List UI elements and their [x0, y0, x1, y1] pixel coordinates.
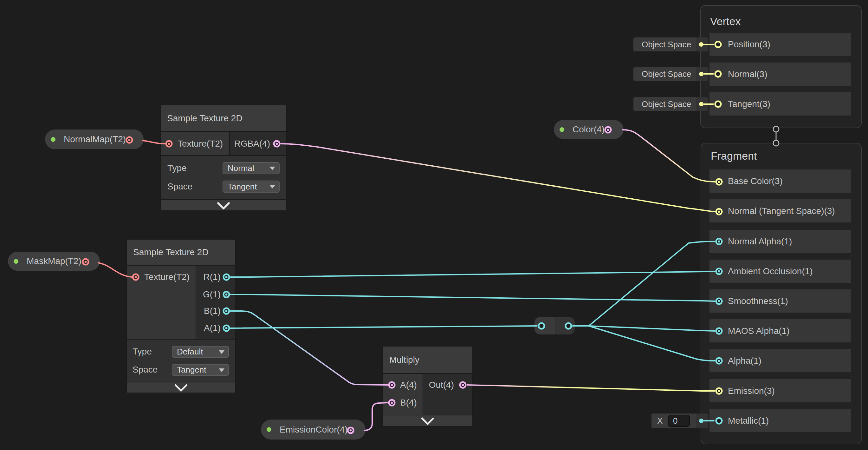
space-dropdown[interactable]: Tangent	[172, 364, 229, 376]
fragment-row-smoothness[interactable]: Smoothness(1)	[710, 289, 851, 313]
port-maskmap-out[interactable]	[82, 258, 89, 265]
port-vertex-tangent[interactable]	[715, 101, 722, 108]
port-vertex-position[interactable]	[715, 41, 722, 48]
vertex-row-position[interactable]: Position(3)	[710, 33, 851, 56]
vertex-row-normal[interactable]: Normal(3)	[710, 62, 851, 86]
port-vertex-normal[interactable]	[715, 71, 722, 78]
fragment-row-emission[interactable]: Emission(3)	[710, 379, 851, 402]
node-title-bar[interactable]: Sample Texture 2D	[161, 105, 286, 131]
fragment-row-label: MAOS Alpha(1)	[728, 326, 790, 336]
object-space-badge-normal: Object Space	[633, 67, 708, 81]
property-dot-icon	[267, 427, 271, 432]
space-dropdown[interactable]: Tangent	[222, 180, 280, 193]
port-alpha[interactable]	[715, 357, 723, 365]
edge-dot-to-normal-alpha[interactable]	[573, 242, 715, 326]
g-output-label: G(1)	[196, 289, 221, 300]
multiply-a-label: A(4)	[400, 380, 417, 390]
metallic-default-dot-icon	[699, 419, 704, 423]
metallic-value-input[interactable]: 0	[668, 415, 690, 427]
edge-a-to-dot[interactable]	[230, 326, 537, 328]
port-sample2-texture-in[interactable]	[132, 274, 140, 281]
port-emissioncolor-out[interactable]	[347, 427, 354, 434]
node-title-bar[interactable]: Sample Texture 2D	[127, 240, 235, 265]
port-sample2-a-out[interactable]	[223, 325, 230, 332]
object-space-badge-tangent: Object Space	[633, 97, 708, 111]
object-space-badge-position: Object Space	[633, 37, 708, 51]
vertex-row-tangent[interactable]: Tangent(3)	[710, 92, 851, 115]
port-maos-alpha[interactable]	[715, 328, 723, 335]
edge-dot-to-maos-alpha[interactable]	[573, 326, 715, 331]
vertex-row-position-label: Position(3)	[728, 39, 770, 50]
type-dropdown[interactable]: Normal	[222, 162, 280, 174]
node-title: Multiply	[389, 355, 420, 365]
edge-rgba-to-normal-tangent-space[interactable]	[281, 144, 715, 212]
port-ambient-occlusion[interactable]	[715, 268, 723, 275]
texture-input-label: Texture(T2)	[178, 139, 223, 149]
port-multiply-out[interactable]	[459, 382, 467, 389]
space-label: Space	[167, 181, 192, 192]
fragment-row-label: Normal (Tangent Space)(3)	[728, 206, 835, 216]
chevron-down-icon	[219, 350, 224, 354]
b-output-label: B(1)	[196, 306, 221, 316]
fragment-row-normal-alpha[interactable]: Normal Alpha(1)	[710, 230, 851, 253]
shader-graph-canvas[interactable]: Vertex Position(3) Normal(3) Tangent(3) …	[0, 0, 868, 450]
object-space-dot-icon	[699, 72, 704, 76]
edge-r-to-ambient-occlusion[interactable]	[230, 271, 715, 277]
property-pill-label: MaskMap(T2)	[27, 256, 82, 266]
node-title: Sample Texture 2D	[133, 247, 209, 257]
object-space-label: Object Space	[642, 40, 691, 50]
type-dropdown[interactable]: Default	[172, 346, 229, 358]
multiply-b-label: B(4)	[400, 398, 417, 408]
port-sample1-rgba-out[interactable]	[273, 140, 281, 147]
property-dot-icon	[560, 127, 564, 132]
port-multiply-a-in[interactable]	[389, 382, 396, 389]
property-pill-label: EmissionColor(4)	[280, 425, 348, 435]
edge-b-to-multiply-a[interactable]	[230, 311, 388, 385]
port-emission[interactable]	[715, 388, 723, 395]
edge-multiply-out-to-emission[interactable]	[467, 385, 715, 391]
port-normalmap-out[interactable]	[126, 137, 133, 144]
port-base-color[interactable]	[715, 178, 723, 186]
fragment-row-ambient-occlusion[interactable]: Ambient Occlusion(1)	[710, 260, 851, 283]
fragment-row-label: Metallic(1)	[728, 416, 769, 426]
port-sample2-b-out[interactable]	[223, 308, 230, 315]
fragment-row-base-color[interactable]: Base Color(3)	[710, 169, 851, 193]
edge-g-to-smoothness[interactable]	[230, 294, 715, 301]
port-smoothness[interactable]	[715, 298, 723, 305]
vertex-block-title: Vertex	[710, 15, 741, 28]
fragment-row-metallic[interactable]: Metallic(1)	[710, 409, 851, 432]
object-space-label: Object Space	[642, 69, 691, 79]
property-pill-color[interactable]: Color(4)	[554, 120, 624, 139]
type-label: Type	[132, 346, 152, 357]
port-dot-in[interactable]	[538, 322, 545, 330]
port-color-out[interactable]	[604, 126, 612, 134]
space-label: Space	[132, 365, 158, 375]
fragment-row-maos-alpha[interactable]: MAOS Alpha(1)	[710, 319, 851, 342]
port-sample1-texture-in[interactable]	[165, 140, 173, 147]
vertex-row-tangent-label: Tangent(3)	[728, 99, 770, 109]
port-normal-tangent-space[interactable]	[715, 208, 723, 216]
object-space-dot-icon	[699, 102, 704, 106]
edge-dot-to-alpha[interactable]	[573, 326, 715, 361]
port-multiply-b-in[interactable]	[389, 399, 396, 406]
fragment-row-normal-tangent-space[interactable]: Normal (Tangent Space)(3)	[710, 199, 851, 222]
node-collapse-button[interactable]	[161, 200, 286, 210]
port-normal-alpha[interactable]	[715, 238, 723, 245]
port-dot-out[interactable]	[565, 322, 572, 330]
node-title-bar[interactable]: Multiply	[383, 346, 472, 373]
port-sample2-r-out[interactable]	[223, 274, 230, 281]
object-space-dot-icon	[699, 42, 704, 47]
port-metallic[interactable]	[715, 417, 723, 425]
vertex-row-normal-label: Normal(3)	[728, 69, 767, 79]
property-pill-label: Color(4)	[572, 124, 604, 135]
fragment-block-title: Fragment	[711, 150, 757, 162]
fragment-row-label: Normal Alpha(1)	[728, 236, 792, 247]
fragment-row-alpha[interactable]: Alpha(1)	[710, 349, 851, 372]
chevron-down-icon	[219, 368, 224, 372]
property-dot-icon	[51, 137, 56, 142]
node-collapse-button[interactable]	[127, 383, 235, 393]
node-collapse-button[interactable]	[383, 415, 472, 426]
fragment-row-label: Smoothness(1)	[728, 296, 788, 306]
port-sample2-g-out[interactable]	[223, 291, 230, 298]
property-pill-label: NormalMap(T2)	[64, 134, 126, 144]
